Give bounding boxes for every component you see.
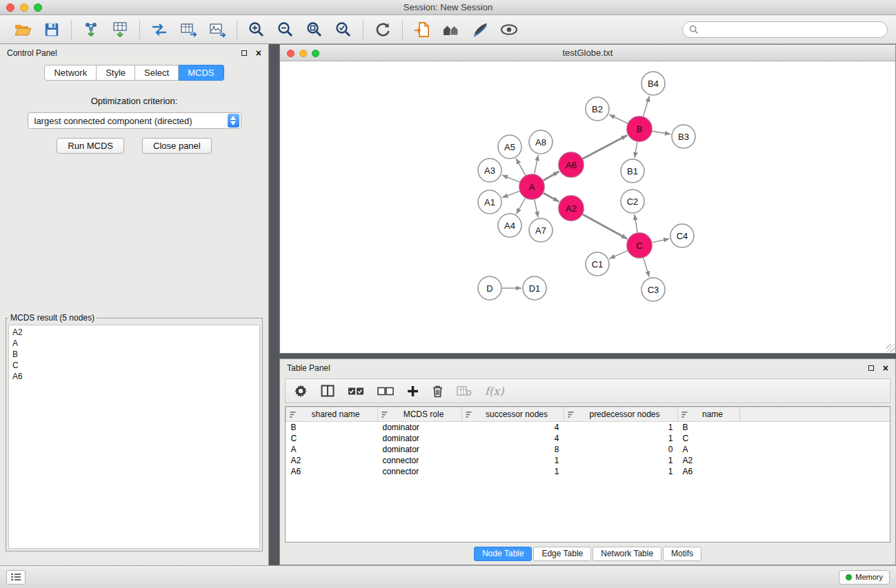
graph-edge[interactable] — [516, 159, 526, 176]
graph-node[interactable]: A7 — [529, 219, 552, 242]
eye-button[interactable] — [495, 18, 524, 41]
table-row[interactable]: Adominator80A — [286, 444, 890, 455]
open-file-button[interactable] — [8, 18, 37, 41]
close-panel-icon[interactable]: × — [256, 50, 261, 57]
tab-motifs[interactable]: Motifs — [663, 547, 701, 561]
graph-edge[interactable] — [502, 191, 519, 197]
graph-edge[interactable] — [544, 172, 559, 181]
mcds-result-item[interactable]: C — [12, 360, 256, 371]
close-table-panel-icon[interactable]: × — [883, 365, 888, 372]
style-pen-button[interactable] — [466, 18, 495, 41]
tab-style[interactable]: Style — [97, 65, 135, 81]
tab-mcds[interactable]: MCDS — [179, 65, 223, 81]
graph-edge[interactable] — [535, 200, 538, 218]
optimization-dropdown[interactable]: largest connected component (directed) — [28, 112, 241, 129]
search-input[interactable] — [702, 25, 881, 34]
graph-node[interactable]: A8 — [529, 130, 552, 154]
graph-node[interactable]: A5 — [498, 135, 521, 159]
graph-node[interactable]: A2 — [559, 196, 584, 221]
graph-node[interactable]: B1 — [621, 159, 644, 183]
table-settings-button[interactable] — [294, 381, 308, 401]
import-table-from-file-button[interactable] — [106, 18, 135, 41]
tab-node-table[interactable]: Node Table — [474, 547, 532, 561]
tab-edge-table[interactable]: Edge Table — [533, 547, 591, 561]
graph-node[interactable]: C3 — [641, 278, 665, 301]
column-header-name[interactable]: name — [678, 407, 740, 422]
graph-edge[interactable] — [635, 142, 637, 159]
task-history-button[interactable] — [6, 570, 26, 585]
table-row[interactable]: Bdominator41B — [286, 422, 890, 433]
delete-column-button[interactable] — [432, 381, 444, 401]
graph-node[interactable]: B2 — [586, 97, 609, 121]
graph-edge[interactable] — [535, 155, 539, 174]
graph-edge[interactable] — [644, 96, 650, 116]
zoom-fit-button[interactable] — [300, 18, 329, 41]
graph-node[interactable]: C4 — [670, 224, 694, 247]
graph-node[interactable]: A4 — [498, 214, 521, 237]
network-from-table-button[interactable] — [174, 18, 203, 41]
column-header-mcds-role[interactable]: MCDS role — [378, 407, 462, 422]
zoom-out-button[interactable] — [271, 18, 300, 41]
graph-edge[interactable] — [644, 258, 650, 277]
network-tools-button[interactable] — [145, 18, 174, 41]
graph-edge[interactable] — [609, 114, 628, 123]
graph-edge[interactable] — [583, 135, 627, 159]
table-row[interactable]: A2connector11A2 — [286, 455, 890, 466]
search-box[interactable] — [682, 21, 888, 38]
deselect-all-button[interactable] — [377, 381, 394, 401]
graph-edge[interactable] — [583, 214, 628, 239]
graph-node[interactable]: C1 — [586, 252, 609, 276]
maximize-network-window-button[interactable] — [312, 50, 319, 57]
minimize-network-window-button[interactable] — [299, 50, 307, 57]
column-header-successor-nodes[interactable]: successor nodes — [462, 407, 564, 422]
graph-node[interactable]: D — [478, 276, 501, 300]
import-network-from-file-button[interactable] — [77, 18, 106, 41]
graph-node[interactable]: A1 — [478, 190, 501, 214]
close-network-window-button[interactable] — [287, 50, 295, 57]
maximize-window-button[interactable] — [34, 3, 42, 12]
refresh-view-button[interactable] — [368, 18, 397, 41]
graph-node[interactable]: A — [519, 174, 544, 199]
node-table[interactable]: shared name MCDS role successor nodes pr… — [285, 406, 890, 543]
graph-node[interactable]: D1 — [523, 276, 546, 300]
float-panel-icon[interactable] — [241, 50, 247, 56]
tab-select[interactable]: Select — [135, 65, 179, 81]
tab-network[interactable]: Network — [44, 65, 97, 81]
new-document-button[interactable] — [408, 18, 437, 41]
column-header-shared-name[interactable]: shared name — [286, 407, 378, 422]
home-button[interactable] — [437, 18, 466, 41]
mcds-result-item[interactable]: B — [12, 349, 256, 360]
function-builder-button[interactable]: f(x) — [485, 381, 504, 401]
graph-edge[interactable] — [653, 131, 671, 134]
graph-edge[interactable] — [635, 214, 637, 232]
close-window-button[interactable] — [6, 3, 14, 12]
add-column-button[interactable] — [407, 381, 419, 401]
network-window-titlebar[interactable]: testGlobe.txt — [280, 45, 895, 61]
export-image-button[interactable] — [203, 18, 232, 41]
graph-node[interactable]: C2 — [621, 190, 644, 213]
mcds-result-list[interactable]: A2ABCA6 — [8, 325, 260, 549]
float-table-panel-icon[interactable] — [868, 365, 874, 371]
select-all-button[interactable] — [348, 381, 364, 401]
graph-edge[interactable] — [653, 239, 670, 243]
graph-node[interactable]: B3 — [672, 125, 695, 148]
table-row[interactable]: Cdominator41C — [286, 433, 890, 444]
tab-network-table[interactable]: Network Table — [593, 547, 661, 561]
resize-grip[interactable] — [886, 344, 895, 352]
graph-node[interactable]: B — [627, 116, 652, 141]
mcds-result-item[interactable]: A6 — [12, 371, 256, 382]
show-columns-button[interactable] — [321, 381, 335, 401]
graph-node[interactable]: B4 — [641, 72, 665, 95]
graph-edge[interactable] — [516, 198, 525, 214]
memory-button[interactable]: Memory — [839, 570, 890, 585]
graph-edge[interactable] — [544, 193, 559, 201]
save-session-button[interactable] — [37, 18, 66, 41]
delete-table-button[interactable] — [457, 381, 472, 401]
mcds-result-item[interactable]: A — [12, 338, 256, 349]
graph-node[interactable]: C — [627, 233, 652, 258]
graph-edge[interactable] — [502, 175, 520, 182]
zoom-in-button[interactable] — [242, 18, 271, 41]
column-header-predecessor-nodes[interactable]: predecessor nodes — [564, 407, 678, 422]
minimize-window-button[interactable] — [20, 3, 28, 12]
close-panel-button[interactable]: Close panel — [142, 138, 212, 154]
